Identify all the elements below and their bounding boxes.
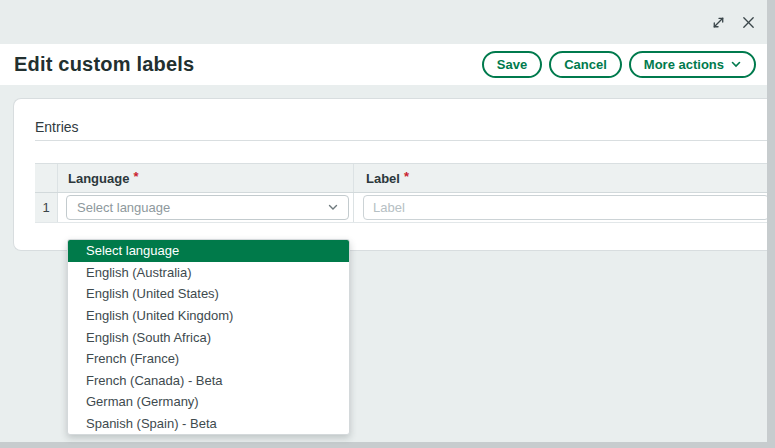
entries-heading: Entries: [14, 99, 771, 135]
dropdown-option[interactable]: English (United Kingdom): [68, 305, 349, 327]
dialog-body: Entries Language * Label *: [0, 98, 771, 448]
entries-panel: Entries Language * Label *: [13, 98, 771, 251]
label-input[interactable]: [363, 195, 769, 220]
required-marker: *: [133, 169, 138, 184]
table-header-row: Language * Label *: [35, 163, 771, 193]
close-dialog-button[interactable]: [739, 13, 757, 31]
dropdown-option[interactable]: English (South Africa): [68, 326, 349, 348]
page-title: Edit custom labels: [14, 53, 194, 76]
language-select-placeholder: Select language: [77, 200, 170, 215]
dialog-bottom-edge: [0, 442, 775, 445]
language-column-header: Language *: [58, 164, 354, 192]
entries-table: Language * Label * 1 Select language: [35, 163, 771, 223]
close-icon: [741, 15, 756, 30]
entries-divider: [35, 140, 771, 141]
dialog-titlebar: [0, 0, 771, 44]
dialog-header: Edit custom labels Save Cancel More acti…: [0, 44, 771, 85]
language-select[interactable]: Select language: [66, 195, 349, 220]
dialog-backdrop: Edit custom labels Save Cancel More acti…: [0, 0, 775, 448]
dropdown-option[interactable]: French (Canada) - Beta: [68, 370, 349, 392]
header-actions: Save Cancel More actions: [482, 51, 756, 78]
dropdown-option[interactable]: English (United States): [68, 283, 349, 305]
language-cell: Select language: [58, 193, 354, 222]
cancel-button[interactable]: Cancel: [549, 51, 622, 78]
required-marker: *: [404, 169, 409, 184]
expand-icon: [711, 15, 726, 30]
dropdown-option[interactable]: German (Germany): [68, 391, 349, 413]
chevron-down-icon: [328, 204, 338, 211]
save-button[interactable]: Save: [482, 51, 542, 78]
language-column-label: Language: [68, 171, 129, 186]
row-number-column-header: [35, 164, 58, 192]
edit-custom-labels-dialog: Edit custom labels Save Cancel More acti…: [0, 0, 771, 445]
table-row: 1 Select language: [35, 193, 771, 223]
language-dropdown-menu: Select languageEnglish (Australia)Englis…: [67, 239, 350, 435]
label-cell: [354, 193, 771, 222]
label-column-label: Label: [366, 171, 400, 186]
dropdown-option[interactable]: English (Australia): [68, 262, 349, 284]
more-actions-button[interactable]: More actions: [629, 51, 756, 78]
dialog-right-edge: [767, 0, 771, 448]
expand-dialog-button[interactable]: [709, 13, 727, 31]
dropdown-option[interactable]: Spanish (Spain) - Beta: [68, 413, 349, 435]
row-number-cell: 1: [35, 193, 58, 222]
more-actions-label: More actions: [644, 57, 724, 72]
chevron-down-icon: [731, 61, 741, 68]
dropdown-option[interactable]: French (France): [68, 348, 349, 370]
dropdown-option[interactable]: Select language: [68, 240, 349, 262]
label-column-header: Label *: [354, 164, 771, 192]
